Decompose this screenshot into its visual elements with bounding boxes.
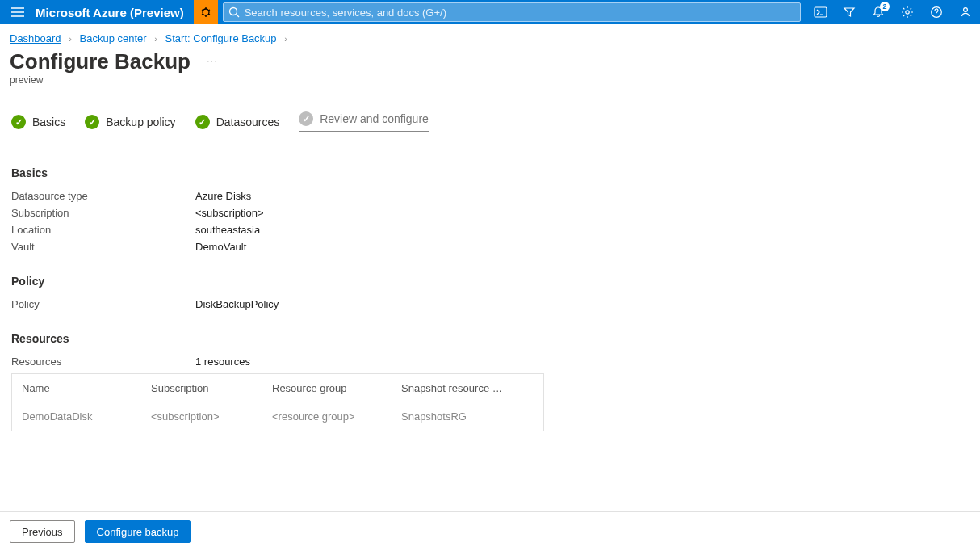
kv-key: Policy: [11, 298, 195, 310]
section-heading-basics: Basics: [11, 166, 969, 179]
kv-key: Resources: [11, 355, 195, 368]
table-col-subscription: Subscription: [141, 374, 262, 402]
check-circle-icon: ✓: [85, 115, 99, 129]
kv-row: Location southeastasia: [11, 221, 969, 238]
step-label: Datasources: [216, 116, 280, 128]
search-input[interactable]: [245, 6, 795, 19]
step-datasources[interactable]: ✓ Datasources: [195, 115, 280, 129]
top-bar: Microsoft Azure (Preview) 2: [0, 0, 980, 24]
step-label: Review and configure: [320, 112, 429, 125]
kv-value: <subscription>: [195, 207, 264, 219]
topbar-actions: 2: [806, 0, 980, 24]
search-icon: [228, 6, 240, 18]
bug-icon: [199, 6, 212, 19]
kv-row: Policy DiskBackupPolicy: [11, 296, 969, 313]
breadcrumb-item-backup-center[interactable]: Backup center: [80, 32, 147, 44]
page-title: Configure Backup: [10, 49, 191, 74]
wizard-steps: ✓ Basics ✓ Backup policy ✓ Datasources ✓…: [0, 87, 980, 137]
chevron-right-icon: ›: [64, 34, 77, 44]
more-actions-button[interactable]: ···: [207, 54, 218, 66]
feedback-icon: [959, 6, 972, 19]
kv-value: DiskBackupPolicy: [195, 298, 279, 310]
svg-point-1: [229, 8, 237, 15]
svg-point-0: [203, 9, 209, 15]
step-label: Backup policy: [106, 116, 175, 128]
check-circle-icon: ✓: [195, 115, 210, 129]
table-cell-resource-group: <resource group>: [262, 402, 392, 431]
step-basics[interactable]: ✓ Basics: [11, 115, 65, 129]
directory-filter-button[interactable]: [835, 0, 864, 24]
section-heading-policy: Policy: [11, 275, 969, 288]
hamburger-icon: [11, 7, 24, 17]
section-heading-resources: Resources: [11, 332, 969, 345]
kv-row: Vault DemoVault: [11, 238, 969, 255]
table-col-name: Name: [12, 374, 141, 402]
svg-point-3: [906, 11, 909, 14]
configure-backup-button[interactable]: Configure backup: [85, 520, 191, 543]
global-search[interactable]: [223, 2, 801, 22]
page-subtitle: preview: [0, 74, 980, 87]
table-cell-subscription: <subscription>: [141, 402, 262, 431]
svg-point-5: [964, 8, 968, 12]
resources-table: Name Subscription Resource group Snapsho…: [11, 373, 544, 431]
wizard-footer: Previous Configure backup: [0, 511, 980, 551]
svg-rect-2: [815, 7, 827, 17]
kv-key: Subscription: [11, 207, 195, 219]
table-cell-snapshot-rg: SnapshotsRG: [392, 402, 537, 431]
check-circle-icon: ✓: [11, 115, 26, 129]
filter-icon: [843, 6, 856, 19]
brand-title[interactable]: Microsoft Azure (Preview): [36, 6, 194, 19]
help-button[interactable]: [922, 0, 951, 24]
table-col-resource-group: Resource group: [262, 374, 392, 402]
review-content: Basics Datasource type Azure Disks Subsc…: [0, 137, 980, 431]
breadcrumb-item-dashboard[interactable]: Dashboard: [10, 32, 61, 44]
cloud-shell-icon: [814, 6, 827, 18]
gear-icon: [901, 6, 914, 19]
feedback-button[interactable]: [951, 0, 980, 24]
kv-key: Location: [11, 224, 195, 236]
kv-value: Azure Disks: [195, 190, 251, 202]
table-row: DemoDataDisk <subscription> <resource gr…: [12, 402, 543, 431]
kv-row: Resources 1 resources: [11, 353, 969, 370]
table-col-snapshot-rg: Snapshot resource …: [392, 374, 537, 402]
help-icon: [930, 6, 943, 19]
step-backup-policy[interactable]: ✓ Backup policy: [85, 115, 175, 129]
kv-row: Subscription <subscription>: [11, 204, 969, 221]
step-label: Basics: [32, 116, 65, 128]
notifications-button[interactable]: 2: [864, 0, 893, 24]
kv-value: DemoVault: [195, 241, 246, 253]
table-cell-name: DemoDataDisk: [12, 402, 141, 431]
previous-button[interactable]: Previous: [10, 520, 75, 543]
title-row: Configure Backup ···: [0, 48, 980, 74]
settings-button[interactable]: [893, 0, 922, 24]
kv-value: 1 resources: [195, 355, 250, 368]
step-review-and-configure[interactable]: ✓ Review and configure: [299, 111, 429, 132]
notification-badge: 2: [880, 2, 890, 11]
chevron-right-icon: ›: [279, 34, 292, 44]
chevron-right-icon: ›: [149, 34, 162, 44]
cloud-shell-button[interactable]: [806, 0, 835, 24]
kv-key: Datasource type: [11, 190, 195, 202]
breadcrumb: Dashboard › Backup center › Start: Confi…: [0, 24, 980, 48]
kv-row: Datasource type Azure Disks: [11, 187, 969, 204]
check-circle-icon: ✓: [299, 111, 313, 126]
kv-key: Vault: [11, 241, 195, 253]
preview-bug-button[interactable]: [194, 0, 218, 24]
breadcrumb-item-start-configure-backup[interactable]: Start: Configure Backup: [165, 32, 277, 44]
hamburger-menu-button[interactable]: [0, 0, 36, 24]
table-header-row: Name Subscription Resource group Snapsho…: [12, 374, 543, 402]
kv-value: southeastasia: [195, 224, 260, 236]
